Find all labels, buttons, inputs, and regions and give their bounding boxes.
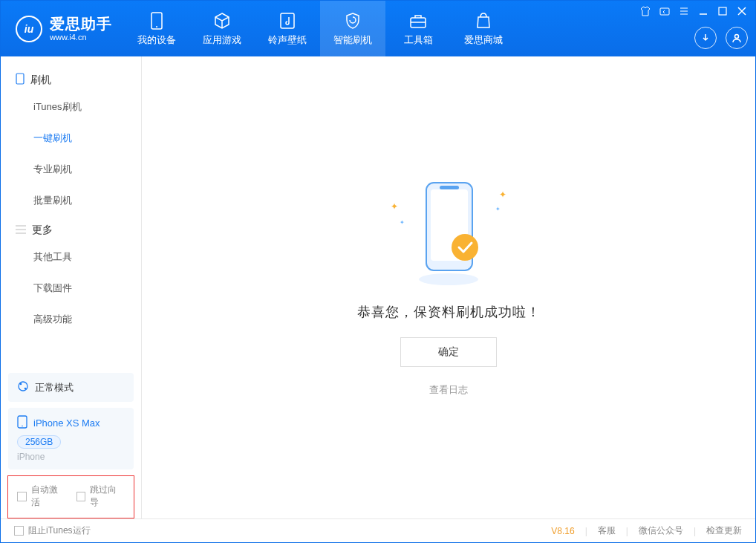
body: 刷机 iTunes刷机 一键刷机 专业刷机 批量刷机 更多 其他工具 下载固件 … bbox=[1, 56, 755, 518]
logo-area: iu 爱思助手 www.i4.cn bbox=[1, 1, 124, 56]
tab-label: 应用游戏 bbox=[203, 33, 241, 47]
app-window: iu 爱思助手 www.i4.cn 我的设备 应用游戏 铃声壁纸 智能刷 bbox=[0, 0, 756, 543]
tab-label: 智能刷机 bbox=[333, 33, 372, 47]
phone-small-icon bbox=[17, 415, 27, 431]
bottom-options-highlight: 自动激活 跳过向导 bbox=[7, 475, 134, 518]
device-type: iPhone bbox=[17, 452, 125, 462]
download-button[interactable] bbox=[694, 27, 717, 49]
checkbox-label: 跳过向导 bbox=[90, 484, 125, 509]
svg-point-18 bbox=[452, 234, 478, 261]
window-controls bbox=[639, 5, 748, 17]
view-log-link[interactable]: 查看日志 bbox=[429, 383, 468, 397]
svg-rect-5 bbox=[660, 8, 669, 15]
checkbox-box-icon bbox=[17, 492, 27, 501]
toolbox-icon bbox=[408, 11, 428, 30]
sidebar-group-more: 更多 bbox=[1, 216, 141, 241]
refresh-icon bbox=[17, 380, 29, 394]
tab-ringtone-wallpaper[interactable]: 铃声壁纸 bbox=[255, 1, 320, 56]
device-storage: 256GB bbox=[17, 435, 61, 449]
separator: | bbox=[585, 526, 587, 536]
list-icon bbox=[16, 224, 26, 236]
logo-text: 爱思助手 www.i4.cn bbox=[50, 16, 112, 42]
svg-point-13 bbox=[22, 426, 23, 427]
device-name: iPhone XS Max bbox=[33, 417, 100, 429]
sidebar-item-batch-flash[interactable]: 批量刷机 bbox=[1, 185, 141, 216]
svg-point-14 bbox=[419, 273, 478, 285]
sidebar-scroll: 刷机 iTunes刷机 一键刷机 专业刷机 批量刷机 更多 其他工具 下载固件 … bbox=[1, 56, 141, 365]
check-update-link[interactable]: 检查更新 bbox=[706, 524, 742, 537]
sidebar-bottom: 正常模式 iPhone XS Max 256GB iPhone 自动激活 bbox=[1, 365, 141, 518]
user-button[interactable] bbox=[726, 27, 748, 49]
minimize-icon[interactable] bbox=[697, 5, 709, 17]
checkbox-box-icon bbox=[14, 526, 24, 536]
status-bar: 阻止iTunes运行 V8.16 | 客服 | 微信公众号 | 检查更新 bbox=[1, 518, 755, 542]
checkbox-label: 阻止iTunes运行 bbox=[28, 524, 91, 537]
app-title: 爱思助手 bbox=[50, 16, 112, 33]
sidebar-item-download-firmware[interactable]: 下载固件 bbox=[1, 273, 141, 304]
device-small-icon bbox=[16, 73, 25, 87]
tab-smart-flash[interactable]: 智能刷机 bbox=[320, 1, 385, 56]
header-tabs: 我的设备 应用游戏 铃声壁纸 智能刷机 工具箱 爱思商城 bbox=[124, 1, 516, 56]
shield-icon bbox=[343, 11, 362, 30]
success-illustration: ✦ ✦ ✦ ✦ bbox=[404, 179, 493, 287]
separator: | bbox=[694, 526, 696, 536]
tab-apps-games[interactable]: 应用游戏 bbox=[189, 1, 255, 56]
checkbox-prevent-itunes[interactable]: 阻止iTunes运行 bbox=[14, 524, 91, 537]
svg-rect-3 bbox=[281, 13, 294, 28]
mode-label: 正常模式 bbox=[35, 381, 74, 394]
tab-label: 铃声壁纸 bbox=[268, 33, 307, 47]
phone-icon bbox=[147, 11, 166, 30]
sidebar-item-oneclick-flash[interactable]: 一键刷机 bbox=[1, 123, 141, 154]
back-icon[interactable] bbox=[659, 5, 671, 17]
success-message: 恭喜您，保资料刷机成功啦！ bbox=[357, 303, 541, 321]
svg-rect-8 bbox=[16, 74, 24, 84]
music-note-icon bbox=[278, 11, 297, 30]
main-content: ✦ ✦ ✦ ✦ 恭喜您，保资料刷机成功啦！ 确定 查看日志 bbox=[142, 56, 755, 518]
header-right-buttons bbox=[694, 27, 748, 49]
tab-toolbox[interactable]: 工具箱 bbox=[385, 1, 451, 56]
ok-button[interactable]: 确定 bbox=[400, 337, 497, 367]
menu-icon[interactable] bbox=[678, 5, 690, 17]
svg-point-2 bbox=[156, 26, 157, 27]
support-link[interactable]: 客服 bbox=[598, 524, 616, 537]
checkbox-label: 自动激活 bbox=[31, 484, 66, 509]
device-card[interactable]: iPhone XS Max 256GB iPhone bbox=[8, 408, 134, 469]
svg-point-11 bbox=[25, 388, 27, 390]
svg-rect-6 bbox=[719, 7, 726, 15]
maximize-icon[interactable] bbox=[717, 5, 729, 17]
svg-rect-17 bbox=[440, 186, 459, 189]
group-title: 更多 bbox=[32, 224, 53, 237]
app-subtitle: www.i4.cn bbox=[50, 33, 112, 42]
svg-point-7 bbox=[735, 35, 739, 39]
cube-icon bbox=[212, 11, 232, 30]
header: iu 爱思助手 www.i4.cn 我的设备 应用游戏 铃声壁纸 智能刷 bbox=[1, 1, 755, 56]
logo-icon: iu bbox=[16, 16, 42, 42]
sidebar-item-pro-flash[interactable]: 专业刷机 bbox=[1, 154, 141, 185]
sidebar-item-advanced[interactable]: 高级功能 bbox=[1, 304, 141, 335]
checkbox-box-icon bbox=[76, 492, 86, 501]
group-title: 刷机 bbox=[30, 74, 51, 87]
wechat-link[interactable]: 微信公众号 bbox=[639, 524, 683, 537]
tab-my-device[interactable]: 我的设备 bbox=[124, 1, 189, 56]
tab-label: 工具箱 bbox=[404, 33, 433, 47]
svg-text:iu: iu bbox=[25, 23, 34, 35]
bag-icon bbox=[474, 11, 493, 30]
sidebar: 刷机 iTunes刷机 一键刷机 专业刷机 批量刷机 更多 其他工具 下载固件 … bbox=[1, 56, 142, 518]
svg-point-9 bbox=[19, 382, 27, 391]
sidebar-group-flash: 刷机 bbox=[1, 65, 141, 91]
svg-point-10 bbox=[20, 383, 22, 386]
tab-label: 爱思商城 bbox=[464, 33, 503, 47]
status-right: V8.16 | 客服 | 微信公众号 | 检查更新 bbox=[551, 524, 742, 537]
close-icon[interactable] bbox=[736, 5, 748, 17]
tab-label: 我的设备 bbox=[137, 33, 176, 47]
sidebar-item-other-tools[interactable]: 其他工具 bbox=[1, 241, 141, 273]
mode-card[interactable]: 正常模式 bbox=[8, 373, 134, 402]
tab-store[interactable]: 爱思商城 bbox=[451, 1, 516, 56]
shirt-icon[interactable] bbox=[639, 5, 651, 17]
checkbox-skip-guide[interactable]: 跳过向导 bbox=[76, 484, 126, 509]
separator: | bbox=[626, 526, 628, 536]
sidebar-item-itunes-flash[interactable]: iTunes刷机 bbox=[1, 91, 141, 123]
version-label: V8.16 bbox=[551, 526, 574, 536]
checkbox-auto-activate[interactable]: 自动激活 bbox=[17, 484, 66, 509]
